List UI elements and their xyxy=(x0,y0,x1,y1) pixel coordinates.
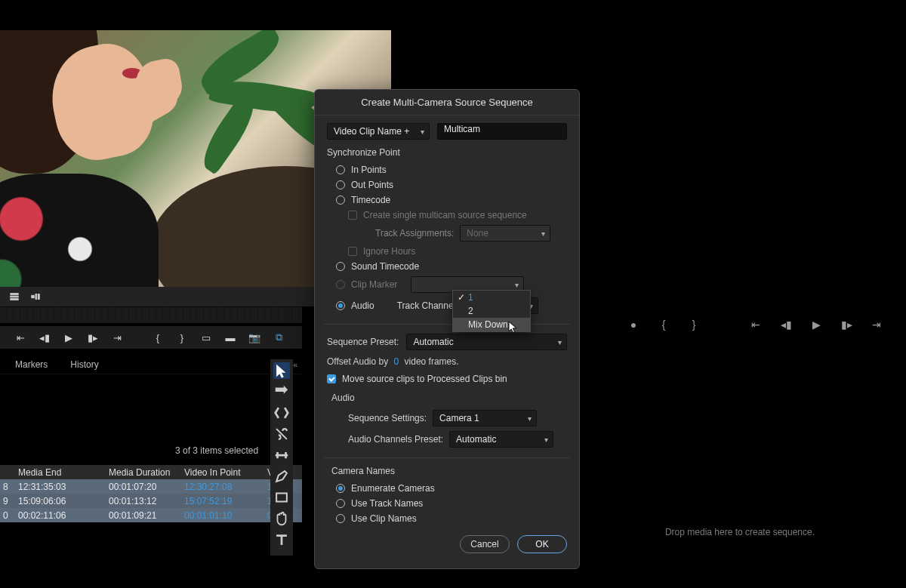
track-assignments-dropdown: None▾ xyxy=(460,225,550,242)
program-transport-controls: ● { } ⇤ ◂▮ ▶ ▮▸ ⇥ ⬚ ⧉ xyxy=(627,316,906,334)
ignore-hours-checkbox: Ignore Hours xyxy=(327,244,567,259)
chevron-down-icon: ▾ xyxy=(558,338,562,346)
sequence-settings-dropdown[interactable]: Camera 1▾ xyxy=(433,410,537,426)
col-media-duration[interactable]: Media Duration xyxy=(103,467,178,478)
dropdown-item[interactable]: ✓1 xyxy=(453,291,530,304)
track-assignments-label: Track Assignments: xyxy=(375,228,454,239)
project-panel-table[interactable]: Media End Media Duration Video In Point … xyxy=(0,465,302,522)
svg-rect-1 xyxy=(11,296,19,297)
step-forward-icon[interactable]: ▮▸ xyxy=(840,319,853,331)
sync-sound-timecode-option[interactable]: Sound Timecode xyxy=(327,259,567,274)
sync-audio-option[interactable]: Audio Track Channel 1▾ xyxy=(327,295,567,316)
chevron-down-icon: ▾ xyxy=(515,281,519,289)
use-clip-names-option[interactable]: Use Clip Names xyxy=(327,511,567,526)
name-mode-dropdown[interactable]: Video Clip Name +▾ xyxy=(327,123,430,140)
hand-tool-icon[interactable] xyxy=(273,510,290,527)
person-graphic xyxy=(0,30,174,287)
play-icon[interactable]: ▶ xyxy=(809,319,823,331)
comparison-view-icon[interactable]: ⧉ xyxy=(272,331,285,343)
checkbox-icon xyxy=(348,211,357,220)
svg-rect-2 xyxy=(11,299,19,300)
svg-rect-4 xyxy=(35,294,37,300)
list-view-icon[interactable] xyxy=(8,290,21,303)
step-back-icon[interactable]: ◂▮ xyxy=(38,332,51,343)
table-row[interactable]: 000:02:11:0600:01:09:2100:01:01:100 xyxy=(0,508,302,522)
tab-history[interactable]: History xyxy=(70,355,98,374)
use-track-names-option[interactable]: Use Track Names xyxy=(327,496,567,511)
type-tool-icon[interactable] xyxy=(273,531,290,548)
radio-icon xyxy=(336,180,345,189)
tab-markers[interactable]: Markers xyxy=(15,355,48,374)
radio-selected-icon xyxy=(336,301,345,310)
ok-button[interactable]: OK xyxy=(517,535,567,553)
go-to-in-icon[interactable]: ⇤ xyxy=(749,319,763,331)
panel-menu-chevron-icon[interactable]: « xyxy=(293,361,297,369)
chevron-down-icon: ▾ xyxy=(421,128,424,136)
add-marker-icon[interactable]: ● xyxy=(627,319,640,331)
offset-audio-label-post: video frames. xyxy=(405,356,459,367)
sync-clip-marker-option: Clip Marker ▾ xyxy=(327,274,567,295)
go-to-in-icon[interactable]: ⇤ xyxy=(14,332,27,343)
chevron-down-icon: ▾ xyxy=(528,414,532,423)
sequence-name-input[interactable]: Multicam xyxy=(437,123,567,140)
sync-timecode-option[interactable]: Timecode xyxy=(327,192,567,208)
timeline-ruler[interactable] xyxy=(0,306,302,323)
create-single-multicam-checkbox: Create single multicam source sequence xyxy=(327,208,567,223)
razor-tool-icon[interactable] xyxy=(273,426,290,442)
audio-channels-preset-label: Audio Channels Preset: xyxy=(348,434,443,445)
checkbox-icon xyxy=(348,247,357,256)
cancel-button[interactable]: Cancel xyxy=(460,535,510,553)
export-frame-icon[interactable]: 📷 xyxy=(248,332,261,343)
table-row[interactable]: 812:31:35:0300:01:07:2012:30:27:081 xyxy=(0,479,302,494)
go-to-out-icon[interactable]: ⇥ xyxy=(110,332,124,343)
step-back-icon[interactable]: ◂▮ xyxy=(779,319,793,331)
sync-in-points-option[interactable]: In Points xyxy=(327,162,567,177)
pen-tool-icon[interactable] xyxy=(273,468,290,485)
divider xyxy=(324,457,570,458)
offset-audio-value[interactable]: 0 xyxy=(391,356,402,367)
slip-tool-icon[interactable] xyxy=(273,447,290,463)
go-to-out-icon[interactable]: ⇥ xyxy=(870,319,883,331)
radio-icon xyxy=(336,165,345,174)
selection-tool-icon[interactable] xyxy=(273,362,290,379)
name-mode-value: Video Clip Name + xyxy=(334,126,409,137)
col-video-in[interactable]: Video In Point xyxy=(178,467,261,478)
check-icon: ✓ xyxy=(458,292,465,303)
sequence-preset-dropdown[interactable]: Automatic▾ xyxy=(406,334,567,350)
table-row[interactable]: 915:09:06:0600:01:13:1215:07:52:191 xyxy=(0,494,302,508)
camera-names-label: Camera Names xyxy=(327,466,567,476)
svg-rect-5 xyxy=(39,294,40,300)
selection-count-label: 3 of 3 items selected xyxy=(175,445,258,456)
mark-in-icon[interactable]: { xyxy=(657,319,670,331)
mark-out-icon[interactable]: } xyxy=(175,332,189,343)
dropdown-item[interactable]: 2 xyxy=(453,304,530,318)
sync-point-label: Synchronize Point xyxy=(327,147,567,158)
step-forward-icon[interactable]: ▮▸ xyxy=(86,332,100,343)
play-icon[interactable]: ▶ xyxy=(62,332,76,343)
source-transport-controls: ⇤ ◂▮ ▶ ▮▸ ⇥ { } ▭ ▬ 📷 ⧉ xyxy=(0,326,302,349)
col-media-end[interactable]: Media End xyxy=(12,467,103,478)
chevron-down-icon: ▾ xyxy=(541,229,545,238)
audio-channels-preset-dropdown[interactable]: Automatic▾ xyxy=(449,431,553,448)
radio-selected-icon xyxy=(336,484,345,493)
radio-icon xyxy=(336,499,345,508)
radio-icon xyxy=(336,280,345,289)
insert-icon[interactable]: ▭ xyxy=(199,332,213,343)
mark-in-icon[interactable]: { xyxy=(151,332,165,343)
checkbox-checked-icon xyxy=(327,374,336,383)
move-source-clips-checkbox[interactable]: Move source clips to Processed Clips bin xyxy=(327,371,567,386)
dialog-title: Create Multi-Camera Source Sequence xyxy=(315,90,579,115)
ripple-edit-tool-icon[interactable] xyxy=(273,405,290,421)
sequence-preset-label: Sequence Preset: xyxy=(327,337,399,347)
panel-tabs: Markers History xyxy=(0,355,302,374)
chevron-down-icon: ▾ xyxy=(544,436,548,444)
track-select-tool-icon[interactable] xyxy=(273,383,290,400)
enumerate-cameras-option[interactable]: Enumerate Cameras xyxy=(327,481,567,496)
mouse-cursor-icon xyxy=(507,321,519,335)
overwrite-icon[interactable]: ▬ xyxy=(223,332,237,343)
tool-palette: « xyxy=(270,359,293,556)
rectangle-tool-icon[interactable] xyxy=(273,489,290,506)
mark-out-icon[interactable]: } xyxy=(687,319,701,331)
sync-out-points-option[interactable]: Out Points xyxy=(327,177,567,192)
drag-handle-icon[interactable] xyxy=(29,290,42,303)
